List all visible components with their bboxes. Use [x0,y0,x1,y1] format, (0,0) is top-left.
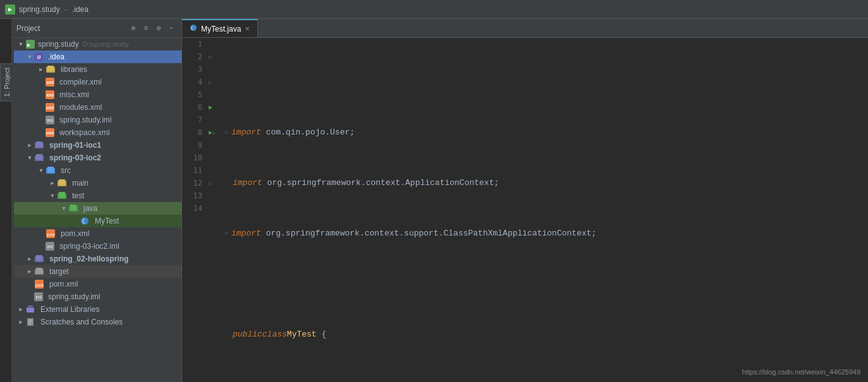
tree-item-test[interactable]: test [14,189,181,202]
test-icon [57,191,67,201]
code-lines[interactable]: ▷ import com.qin.pojo.User; import org.s… [220,38,868,382]
root-icon: ▶ [25,39,35,49]
misc-xml-icon: xml [46,90,54,99]
sidebar: Project ⊕ ≡ ⚙ − ▶ spring.study D:\spring… [11,19,182,382]
mytest-icon: C [80,216,90,226]
svg-rect-23 [36,268,42,273]
tree-item-ext-libs[interactable]: External Libraries [14,303,181,316]
tree-item-main[interactable]: main [14,177,181,189]
code-line-7 [220,379,868,382]
tree-item-spring01[interactable]: spring-01-ioc1 [14,139,181,152]
tree-item-workspace-xml[interactable]: xml workspace.xml [14,126,181,139]
tree-item-idea[interactable]: IJ .idea [14,51,181,63]
code-line-5 [220,278,868,290]
svg-rect-9 [47,167,54,172]
tree-item-modules-xml[interactable]: xml modules.xml [14,101,181,114]
svg-text:pom: pom [47,232,55,237]
code-line-4: ▷ import org.springframework.context.sup… [220,227,868,240]
collapse-btn[interactable]: ≡ [141,23,151,33]
project-side-tab[interactable]: 1: Project [0,63,13,101]
code-line-3: import org.springframework.context.Appli… [220,177,868,189]
idea-icon: IJ [34,52,43,61]
tree-item-spring02[interactable]: spring_02-hellospring [14,253,181,265]
settings-btn[interactable]: ⚙ [154,23,164,33]
test-label: test [72,191,84,200]
spring03-iml-label: spring-03-ioc2.iml [59,242,119,251]
mytest-label: MyTest [95,217,119,225]
spring01-label: spring-01-ioc1 [49,141,101,150]
target-label: target [49,267,69,276]
pom03-label: pom.xml [61,229,89,238]
idea-label: .idea [48,52,64,61]
tree-item-target[interactable]: target [14,265,181,278]
libraries-label: libraries [61,65,87,74]
sidebar-title: Project [16,24,126,33]
tree-item-compiler-xml[interactable]: xml compiler.xml [14,76,181,88]
leaf-pom-root [25,280,34,289]
leaf-workspace [37,128,46,137]
fold-2[interactable]: ▷ [225,126,229,139]
locate-btn[interactable]: ⊕ [128,23,138,33]
leaf-spring03-iml [37,242,46,251]
ext-libs-label: External Libraries [40,305,99,314]
leaf-mytest [71,217,80,225]
tree-item-spring03-iml[interactable]: iml spring-03-ioc2.iml [14,240,181,253]
spring01-icon [34,140,44,150]
arrow-ext-libs [16,305,25,314]
tree-item-pom-root[interactable]: pom pom.xml [14,278,181,290]
tree-item-root[interactable]: ▶ spring.study D:\spring.study [14,38,181,51]
code-line-6: public class MyTest { [220,328,868,341]
code-editor: 1 2 3 4 5 6 7 8 9 10 11 12 13 14 ▷ ▷ [182,38,868,382]
arrow-src [37,166,46,175]
modules-xml-icon: xml [46,103,54,112]
leaf-ss-iml [37,116,46,124]
fold-4[interactable]: ▷ [225,227,229,240]
minimize-btn[interactable]: − [166,23,176,33]
ss-iml2-icon: iml [34,292,43,301]
tree-item-src[interactable]: src [14,164,181,177]
arrow-root [16,40,25,49]
title-separator: – [64,4,68,14]
svg-rect-3 [47,66,54,71]
target-icon [34,266,44,277]
tab-mytest-label: MyTest.java [201,25,241,33]
tab-mytest[interactable]: C MyTest.java ✕ [182,19,258,37]
tree-item-mytest[interactable]: C MyTest [14,215,181,227]
arrow-idea [25,52,34,61]
tree-item-libraries[interactable]: libraries [14,63,181,76]
arrow-target [25,267,34,276]
tab-close-mytest[interactable]: ✕ [245,25,250,32]
root-label: spring.study [38,40,79,49]
tree-item-ss-iml2[interactable]: iml spring.study.iml [14,290,181,303]
ss-iml-label: spring.study.iml [59,116,111,124]
scratches-label: Scratches and Consoles [40,318,123,326]
title-bar: ▶ spring.study – .idea [0,0,868,19]
tree-item-pom-spring03[interactable]: pom pom.xml [14,227,181,240]
svg-rect-13 [59,192,65,198]
tab-mytest-icon: C [190,24,197,33]
arrow-spring01 [25,141,34,150]
svg-text:▶: ▶ [27,42,31,48]
compiler-xml-icon: xml [46,78,54,87]
main-icon [57,178,67,188]
gutter: ▷ ▷ ▶ ▶▷ ▷ [207,38,220,382]
tree-item-misc-xml[interactable]: xml misc.xml [14,88,181,101]
arrow-spring03 [25,153,34,162]
tree-item-scratches[interactable]: Scratches and Consoles [14,316,181,328]
line-numbers: 1 2 3 4 5 6 7 8 9 10 11 12 13 14 [182,38,207,382]
java-folder-icon [68,203,78,213]
misc-xml-label: misc.xml [59,90,89,99]
tree-item-spring-study-iml[interactable]: iml spring.study.iml [14,114,181,126]
spring03-icon [34,153,44,163]
watermark: https://blog.csdn.net/weixin_44625949 [742,368,860,376]
tab-bar: C MyTest.java ✕ [182,19,868,38]
tree-item-java[interactable]: java [14,202,181,215]
main-layout: 1: Project Project ⊕ ≡ ⚙ − ▶ spring.stud… [0,19,868,382]
tree-item-spring03[interactable]: spring-03-ioc2 [14,152,181,164]
svg-text:pom: pom [35,283,44,288]
pom-root-label: pom.xml [49,280,78,289]
sidebar-toolbar: Project ⊕ ≡ ⚙ − [11,19,181,38]
ss-iml2-label: spring.study.iml [48,292,100,301]
ss-iml-icon: iml [46,116,54,124]
compiler-xml-label: compiler.xml [59,78,102,87]
